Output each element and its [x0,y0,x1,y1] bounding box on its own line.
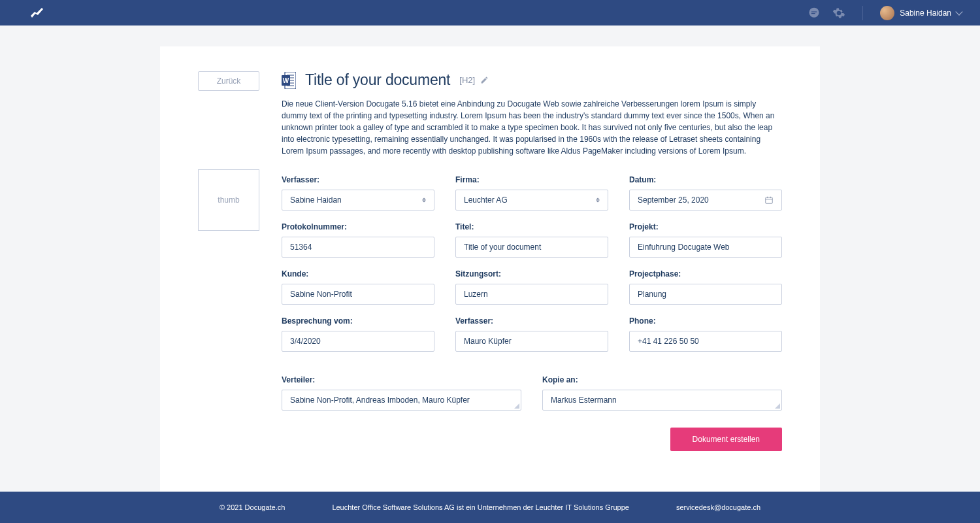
document-description: Die neue Client-Version Docugate 5.16 bi… [282,98,782,157]
document-card: Zurück thumb W Title of your document [H… [160,46,820,492]
svg-rect-2 [811,13,815,14]
edit-icon[interactable] [480,76,489,84]
besprechung-vom-label: Besprechung vom: [282,316,434,326]
svg-rect-1 [811,11,817,12]
protokolnummer-label: Protokolnummer: [282,222,434,231]
select-arrows-icon [596,198,600,203]
projectphase-label: Projectphase: [629,269,782,278]
besprechung-vom-input[interactable]: 3/4/2020 [282,331,434,352]
kopie-an-textarea[interactable]: Markus Estermann [542,390,782,411]
phone-label: Phone: [629,316,782,326]
datum-label: Datum: [629,175,782,184]
heading-tag-label: [H2] [459,75,475,85]
verfasser-select[interactable]: Sabine Haidan [282,190,434,211]
projekt-input[interactable]: Einfuhrung Docugate Web [629,237,782,258]
kunde-input[interactable]: Sabine Non-Profit [282,284,434,305]
resize-handle-icon [775,403,780,409]
verfasser2-label: Verfasser: [455,316,608,326]
protokolnummer-input[interactable]: 51364 [282,237,434,258]
footer-copyright: © 2021 Docugate.ch [220,503,285,511]
bird-icon [29,5,44,21]
select-arrows-icon [422,198,426,203]
chat-icon[interactable] [808,7,821,20]
kopie-an-label: Kopie an: [542,375,782,384]
footer-email[interactable]: servicedesk@docugate.ch [676,503,760,511]
verteiler-textarea[interactable]: Sabine Non-Profit, Andreas Imboden, Maur… [282,390,521,411]
brand-logo[interactable] [29,5,44,21]
chevron-down-icon [955,8,962,15]
sitzungsort-label: Sitzungsort: [455,269,608,278]
verteiler-label: Verteiler: [282,375,521,384]
word-doc-icon: W [282,72,296,89]
verfasser2-input[interactable]: Mauro Küpfer [455,331,608,352]
thumbnail-placeholder: thumb [198,169,259,231]
app-header: Sabine Haidan [0,0,980,25]
footer-company: Leuchter Office Software Solutions AG is… [332,503,629,511]
kunde-label: Kunde: [282,269,434,278]
gear-icon[interactable] [832,7,845,20]
verfasser-label: Verfasser: [282,175,434,184]
firma-select[interactable]: Leuchter AG [455,190,608,211]
app-footer: © 2021 Docugate.ch Leuchter Office Softw… [0,492,980,523]
sitzungsort-input[interactable]: Luzern [455,284,608,305]
user-name-label: Sabine Haidan [900,8,951,18]
document-title: Title of your document [305,71,450,89]
user-menu[interactable]: Sabine Haidan [880,6,962,20]
back-button[interactable]: Zurück [198,71,259,91]
phone-input[interactable]: +41 41 226 50 50 [629,331,782,352]
svg-text:W: W [283,77,289,84]
projectphase-input[interactable]: Planung [629,284,782,305]
svg-point-0 [809,7,819,17]
titel-input[interactable]: Title of your document [455,237,608,258]
calendar-icon [764,195,774,205]
divider [862,6,863,20]
firma-label: Firma: [455,175,608,184]
svg-rect-11 [766,197,773,203]
datum-datepicker[interactable]: September 25, 2020 [629,190,782,211]
avatar [880,6,894,20]
titel-label: Titel: [455,222,608,231]
create-document-button[interactable]: Dokument erstellen [670,428,782,451]
projekt-label: Projekt: [629,222,782,231]
resize-handle-icon [514,403,519,409]
